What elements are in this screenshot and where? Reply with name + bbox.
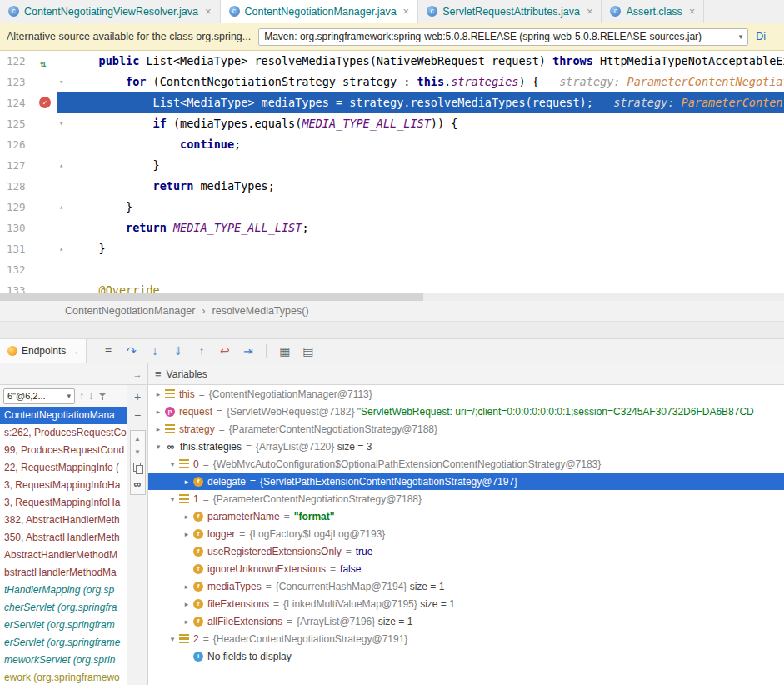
code-line[interactable]: 126 continue; bbox=[0, 134, 784, 155]
frame-item[interactable]: AbstractHandlerMethodM bbox=[0, 547, 127, 564]
step-out-icon[interactable]: ↑ bbox=[191, 342, 212, 360]
code-text[interactable]: ▴ } bbox=[57, 197, 784, 218]
frame-item[interactable]: cherServlet (org.springfra bbox=[0, 599, 127, 617]
code-line[interactable]: 131▴ } bbox=[0, 238, 784, 259]
variable-row[interactable]: ▸fparameterName="format" bbox=[148, 508, 784, 525]
expand-icon[interactable]: ▸ bbox=[180, 512, 193, 521]
tab-content-negotiating-view-resolver[interactable]: cContentNegotiatingViewResolver.java× bbox=[0, 0, 221, 22]
frame-item[interactable]: 99, ProducesRequestCond bbox=[0, 442, 127, 459]
move-watch-down-icon[interactable]: ▼ bbox=[134, 449, 141, 456]
code-line[interactable]: 127▴ } bbox=[0, 155, 784, 176]
frame-item[interactable]: tHandlerMapping (org.sp bbox=[0, 582, 127, 599]
show-watches-icon[interactable]: ∞ bbox=[134, 479, 142, 489]
layout-settings-icon[interactable]: ▤ bbox=[297, 342, 318, 360]
code-text[interactable]: List<MediaType> mediaTypes = strategy.re… bbox=[57, 92, 784, 113]
collapse-icon[interactable]: ▾ bbox=[152, 442, 165, 451]
expand-icon[interactable]: ▸ bbox=[180, 478, 193, 486]
evaluate-expression-icon[interactable]: ▦ bbox=[274, 342, 295, 360]
frame-item[interactable]: 3, RequestMappingInfoHa bbox=[0, 477, 127, 494]
view-options-icon[interactable]: ≡ bbox=[97, 342, 118, 360]
variable-row[interactable]: ▾1={ParameterContentNegotiationStrategy@… bbox=[148, 490, 784, 508]
disable-link[interactable]: Di bbox=[756, 31, 766, 42]
variable-row[interactable]: ▸fdelegate={ServletPathExtensionContentN… bbox=[148, 472, 784, 490]
variable-row[interactable]: ▸flogger={LogFactory$Log4jLog@7193} bbox=[148, 525, 784, 542]
collapse-icon[interactable]: ▾ bbox=[166, 495, 179, 503]
breadcrumb-class[interactable]: ContentNegotiationManager bbox=[65, 305, 195, 317]
variable-row[interactable]: ▾2={HeaderContentNegotiationStrategy@719… bbox=[148, 630, 784, 648]
code-text[interactable]: continue; bbox=[57, 134, 784, 155]
frame-item[interactable]: erServlet (org.springframe bbox=[0, 634, 127, 652]
collapse-icon[interactable]: ▾ bbox=[166, 460, 179, 468]
fold-down-icon[interactable]: ▾ bbox=[59, 72, 63, 92]
expand-icon[interactable]: ▸ bbox=[180, 582, 193, 591]
close-icon[interactable]: × bbox=[587, 5, 593, 18]
code-line[interactable]: 122⇅ public List<MediaType> resolveMedia… bbox=[0, 51, 784, 72]
jump-to-source-icon[interactable]: → bbox=[70, 347, 78, 356]
code-text[interactable]: return mediaTypes; bbox=[57, 176, 784, 197]
code-text[interactable]: public List<MediaType> resolveMediaTypes… bbox=[57, 51, 784, 72]
code-line[interactable]: 123▾ for (ContentNegotiationStrategy str… bbox=[0, 72, 784, 92]
collapse-icon[interactable]: ▾ bbox=[166, 635, 179, 643]
drop-frame-icon[interactable]: ↩ bbox=[214, 342, 235, 360]
frame-item[interactable]: 3, RequestMappingInfoHa bbox=[0, 494, 127, 512]
variable-row[interactable]: ▸ffileExtensions={LinkedMultiValueMap@71… bbox=[148, 595, 784, 612]
expand-icon[interactable]: ▸ bbox=[152, 425, 165, 433]
variable-row[interactable]: iNo fields to display bbox=[148, 648, 784, 665]
source-jar-dropdown[interactable]: Maven: org.springframework:spring-web:5.… bbox=[258, 28, 748, 46]
close-icon[interactable]: × bbox=[689, 5, 696, 18]
tab-content-negotiation-manager[interactable]: cContentNegotiationManager.java× bbox=[221, 0, 419, 22]
scrollbar-thumb[interactable] bbox=[0, 293, 423, 301]
code-line[interactable]: 132 bbox=[0, 259, 784, 280]
fold-up-icon[interactable]: ▴ bbox=[59, 155, 63, 176]
frame-item[interactable]: 22, RequestMappingInfo ( bbox=[0, 459, 127, 477]
expand-icon[interactable]: ▸ bbox=[180, 600, 193, 608]
code-text[interactable]: ▴ } bbox=[57, 155, 784, 176]
code-line[interactable]: 125▾ if (mediaTypes.equals(MEDIA_TYPE_AL… bbox=[0, 113, 784, 134]
variable-row[interactable]: ▸prequest={ServletWebRequest@7182} "Serv… bbox=[148, 402, 784, 420]
breakpoint-icon[interactable]: ✓ bbox=[39, 97, 51, 108]
variable-row[interactable]: fignoreUnknownExtensions=false bbox=[148, 560, 784, 578]
close-icon[interactable]: × bbox=[205, 5, 212, 18]
fold-up-icon[interactable]: ▴ bbox=[59, 197, 63, 218]
remove-watch-icon[interactable]: − bbox=[134, 409, 141, 421]
code-text[interactable]: return MEDIA_TYPE_ALL_LIST; bbox=[57, 218, 784, 238]
code-line[interactable]: 128 return mediaTypes; bbox=[0, 176, 784, 197]
horizontal-scrollbar[interactable] bbox=[0, 293, 784, 301]
tab-endpoints[interactable]: Endpoints → bbox=[0, 339, 87, 362]
step-over-icon[interactable]: ↷ bbox=[121, 342, 142, 360]
frame-item[interactable]: bstractHandlerMethodMa bbox=[0, 564, 127, 582]
code-text[interactable] bbox=[57, 259, 784, 280]
code-line[interactable]: 130 return MEDIA_TYPE_ALL_LIST; bbox=[0, 218, 784, 238]
expand-icon[interactable]: ▸ bbox=[180, 618, 193, 626]
frame-item[interactable]: 350, AbstractHandlerMeth bbox=[0, 529, 127, 547]
frame-item[interactable]: ework (org.springframewo bbox=[0, 669, 127, 685]
frame-item[interactable]: meworkServlet (org.sprin bbox=[0, 652, 127, 669]
move-watch-up-icon[interactable]: ▲ bbox=[134, 436, 141, 442]
variable-row[interactable]: ▾∞this.strategies={ArrayList@7120} size … bbox=[148, 438, 784, 455]
previous-frame-icon[interactable]: ↑ bbox=[79, 390, 84, 402]
next-frame-icon[interactable]: ↓ bbox=[88, 390, 93, 402]
frame-item[interactable]: s:262, ProducesRequestCo bbox=[0, 424, 127, 442]
frame-item[interactable]: ContentNegotiationMana bbox=[0, 407, 127, 424]
frame-item[interactable]: 382, AbstractHandlerMeth bbox=[0, 512, 127, 529]
add-watch-icon[interactable]: + bbox=[134, 391, 141, 402]
variable-row[interactable]: ▸fallFileExtensions={ArrayList@7196} siz… bbox=[148, 612, 784, 630]
pin-icon[interactable]: → bbox=[133, 369, 142, 379]
variable-row[interactable]: ▸strategy={ParameterContentNegotiationSt… bbox=[148, 420, 784, 438]
code-text[interactable]: ▾ for (ContentNegotiationStrategy strate… bbox=[57, 72, 784, 92]
expand-icon[interactable]: ▸ bbox=[152, 408, 165, 416]
breadcrumb-method[interactable]: resolveMediaTypes() bbox=[212, 305, 309, 317]
variable-row[interactable]: ▸fmediaTypes={ConcurrentHashMap@7194} si… bbox=[148, 578, 784, 595]
variables-menu-icon[interactable]: ≡ bbox=[155, 368, 162, 380]
tab-assert-class[interactable]: cAssert.class× bbox=[602, 0, 704, 22]
frame-item[interactable]: erServlet (org.springfram bbox=[0, 617, 127, 634]
variable-row[interactable]: ▸this={ContentNegotiationManager@7113} bbox=[148, 385, 784, 402]
variable-row[interactable]: fuseRegisteredExtensionsOnly=true bbox=[148, 542, 784, 560]
fold-up-icon[interactable]: ▴ bbox=[59, 238, 63, 259]
code-line[interactable]: 129▴ } bbox=[0, 197, 784, 218]
thread-dropdown[interactable]: 6"@6,2... ▾ bbox=[3, 388, 75, 404]
close-icon[interactable]: × bbox=[403, 5, 410, 18]
code-text[interactable]: ▴ } bbox=[57, 238, 784, 259]
variable-row[interactable]: ▾0={WebMvcAutoConfiguration$OptionalPath… bbox=[148, 455, 784, 472]
code-text[interactable]: ▾ if (mediaTypes.equals(MEDIA_TYPE_ALL_L… bbox=[57, 113, 784, 134]
